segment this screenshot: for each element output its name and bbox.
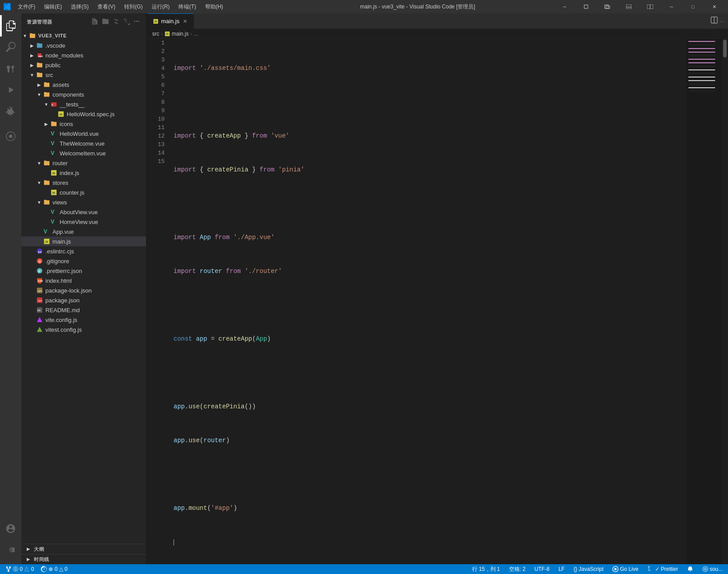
status-language[interactable]: {} JavaScript [572, 564, 605, 574]
more-editor-actions-icon[interactable]: ··· [720, 18, 724, 24]
menu-select[interactable]: 选择(S) [67, 2, 92, 12]
activity-source-control[interactable] [0, 58, 21, 79]
code-content[interactable]: import './assets/main.css' import { crea… [170, 39, 686, 564]
split-editor-icon[interactable] [711, 16, 718, 25]
tree-item-thewelcome-vue[interactable]: ▶ V TheWelcome.vue [21, 138, 146, 148]
tree-item-vite-config[interactable]: ▶ vite.config.js [21, 315, 146, 325]
git-branch-icon [5, 566, 12, 572]
code-line-12: app.use(router) [174, 436, 686, 445]
activity-search[interactable] [0, 37, 21, 58]
status-golive[interactable]: Go Live [611, 564, 640, 574]
views-label: views [53, 199, 67, 206]
menu-file[interactable]: 文件(F) [14, 2, 39, 12]
status-position[interactable]: 行 15，列 1 [470, 564, 502, 574]
tree-item-helloworld-vue[interactable]: ▶ V HelloWorld.vue [21, 129, 146, 138]
minimize-window-button[interactable]: ─ [661, 0, 682, 13]
tab-main-js[interactable]: JS main.js ✕ [148, 13, 194, 29]
split-editor-button[interactable] [640, 0, 660, 13]
new-file-button[interactable] [90, 17, 99, 27]
tree-item-gitignore[interactable]: ▶ G .gitignore [21, 256, 146, 266]
maximize-button[interactable] [576, 0, 596, 13]
tree-item-tests[interactable]: ▼ T __tests__ [21, 99, 146, 109]
vite-config-label: vite.config.js [45, 317, 77, 323]
tree-item-main-js[interactable]: ▶ JS main.js [21, 236, 146, 246]
menu-edit[interactable]: 编辑(E) [40, 2, 65, 12]
status-spaces[interactable]: 空格: 2 [507, 564, 527, 574]
activity-run-debug[interactable] [0, 79, 21, 101]
tree-item-app-vue[interactable]: ▶ V App.vue [21, 227, 146, 236]
status-git-branch[interactable]: ⓪ 0 △ 0 [4, 564, 36, 574]
status-remote[interactable]: sou... [700, 564, 724, 574]
tree-root[interactable]: ▼ VUE3_VITE [21, 31, 146, 41]
status-notifications[interactable] [685, 564, 695, 574]
router-index-icon: JS [50, 169, 58, 177]
timeline-header[interactable]: ▶ 时间线 [21, 554, 146, 564]
tree-item-welcomeitem-vue[interactable]: ▶ V WelcomeItem.vue [21, 148, 146, 158]
breadcrumb-file[interactable]: main.js [172, 31, 189, 37]
scrollbar-thumb[interactable] [723, 40, 727, 57]
restore-window-button[interactable]: □ [683, 0, 703, 13]
tree-item-eslintrc[interactable]: ▶ ES .eslintrc.cjs [21, 246, 146, 256]
menu-view[interactable]: 查看(V) [94, 2, 119, 12]
new-folder-button[interactable] [101, 17, 110, 27]
eslintrc-icon: ES [36, 247, 44, 255]
breadcrumb-symbol[interactable]: ... [194, 31, 198, 37]
prettier-icon [647, 566, 654, 572]
tree-item-readme[interactable]: ▶ MD README.md [21, 305, 146, 315]
maximize-split-button[interactable] [597, 0, 618, 13]
menu-goto[interactable]: 转到(G) [121, 2, 146, 12]
menu-run[interactable]: 运行(R) [148, 2, 174, 12]
tree-item-src[interactable]: ▼ src [21, 70, 146, 80]
tree-item-homeview[interactable]: ▶ V HomeView.vue [21, 217, 146, 227]
tree-item-helloworld-spec[interactable]: ▶ JS HelloWorld.spec.js [21, 109, 146, 119]
collapse-all-button[interactable] [122, 17, 131, 27]
status-errors[interactable]: ⊗ 0 △ 0 [39, 564, 69, 574]
tab-close-button[interactable]: ✕ [182, 17, 188, 25]
tree-item-aboutview[interactable]: ▶ V AboutView.vue [21, 207, 146, 217]
tree-item-assets[interactable]: ▶ assets [21, 80, 146, 90]
tree-item-icons[interactable]: ▶ icons [21, 119, 146, 129]
aboutview-icon: V [50, 208, 58, 216]
code-line-6: import App from './App.vue' [174, 233, 686, 242]
refresh-button[interactable] [112, 17, 121, 27]
kw-import-3: import [174, 166, 200, 174]
panel-button[interactable] [619, 0, 639, 13]
prettierrc-icon: P [36, 267, 44, 275]
menu-help[interactable]: 帮助(H) [202, 2, 227, 12]
tree-item-package-lock[interactable]: ▶ npm package-lock.json [21, 285, 146, 295]
svg-text:JS: JS [166, 33, 169, 35]
outline-header[interactable]: ▶ 大纲 [21, 544, 146, 554]
activity-account[interactable] [0, 518, 21, 539]
tree-item-components[interactable]: ▼ components [21, 90, 146, 99]
ln-9: 9 [148, 106, 165, 115]
breadcrumb-src[interactable]: src [152, 31, 159, 37]
tree-item-vitest-config[interactable]: ▶ vitest.config.js [21, 325, 146, 334]
activity-settings[interactable] [0, 539, 21, 561]
tree-item-package-json[interactable]: ▶ npm package.json [21, 295, 146, 305]
public-label: public [45, 62, 61, 69]
status-eol[interactable]: LF [557, 564, 566, 574]
close-window-button[interactable]: ✕ [704, 0, 724, 13]
status-prettier[interactable]: ✓ Prettier [646, 564, 680, 574]
svg-text:JS: JS [45, 240, 48, 243]
minimize-button[interactable]: ─ [554, 0, 575, 13]
tree-item-counter[interactable]: ▶ JS counter.js [21, 187, 146, 197]
tree-item-index-html[interactable]: ▶ HTML index.html [21, 276, 146, 285]
tree-item-views[interactable]: ▼ views [21, 197, 146, 207]
more-actions-button[interactable]: ··· [133, 17, 141, 27]
tree-item-router-index[interactable]: ▶ JS index.js [21, 168, 146, 178]
editor-scrollbar[interactable] [722, 39, 728, 564]
minimap[interactable]: (function(){ const canvas = document.que… [686, 39, 722, 564]
tree-item-vscode[interactable]: ▶ .vscode [21, 41, 146, 50]
tree-item-node-modules[interactable]: ▶ npm node_modules [21, 50, 146, 60]
tree-item-public[interactable]: ▶ public [21, 60, 146, 70]
tree-item-router[interactable]: ▼ router [21, 158, 146, 168]
tree-item-stores[interactable]: ▼ stores [21, 178, 146, 187]
menu-terminal[interactable]: 终端(T) [175, 2, 199, 12]
status-encoding[interactable]: UTF-8 [533, 564, 551, 574]
punc-9: ( [200, 436, 203, 445]
activity-extensions[interactable] [0, 101, 21, 122]
activity-explorer[interactable] [0, 15, 21, 37]
activity-ai[interactable] [0, 126, 21, 147]
tree-item-prettierrc[interactable]: ▶ P .prettierrc.json [21, 266, 146, 276]
